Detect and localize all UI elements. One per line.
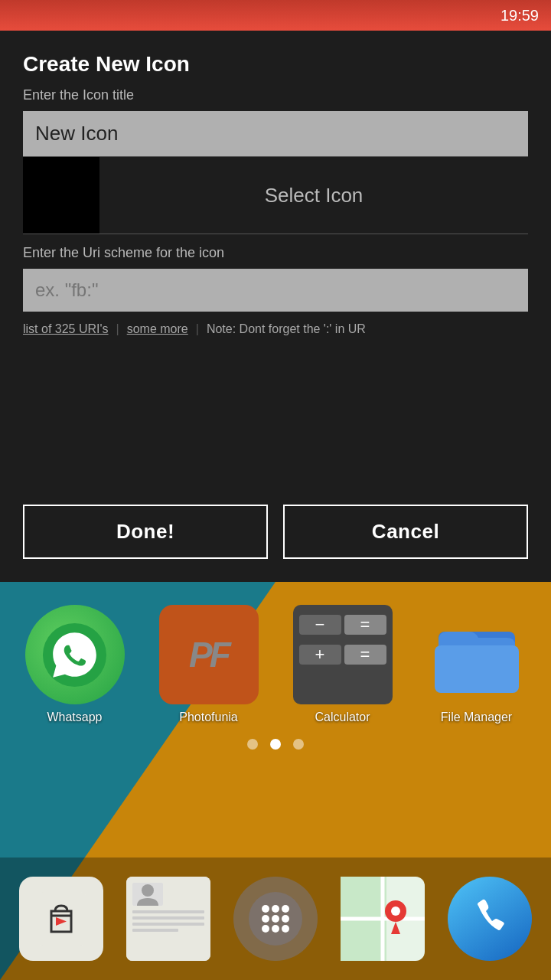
- people-svg: [126, 877, 210, 961]
- icon-title-label: Enter the Icon title: [23, 87, 528, 103]
- svg-point-24: [272, 925, 279, 933]
- svg-point-18: [272, 905, 279, 913]
- dock-icon-maps[interactable]: [341, 877, 425, 961]
- uri-links-row: list of 325 URI's | some more | Note: Do…: [23, 322, 528, 336]
- appdrawer-svg: [249, 892, 302, 946]
- dialog-title: Create New Icon: [23, 52, 528, 77]
- svg-rect-14: [132, 929, 178, 932]
- dock-icon-appdrawer[interactable]: [233, 877, 318, 961]
- svg-point-15: [142, 884, 154, 897]
- svg-point-19: [282, 905, 289, 913]
- uri-divider-1: |: [116, 322, 119, 336]
- dock: [0, 858, 551, 980]
- svg-point-20: [262, 915, 269, 923]
- phone-svg: [463, 892, 517, 946]
- svg-point-17: [262, 905, 269, 913]
- svg-point-22: [282, 915, 289, 923]
- svg-rect-12: [132, 916, 204, 920]
- whatsapp-label: Whatsapp: [47, 710, 102, 724]
- app-icon-photofunia[interactable]: PF Photofunia: [148, 605, 270, 724]
- calc-minus: −: [299, 615, 341, 635]
- svg-point-21: [272, 915, 279, 923]
- done-button[interactable]: Done!: [23, 505, 268, 559]
- filemanager-svg: [431, 609, 523, 701]
- uri-note: Note: Dont forget the ':' in UR: [207, 322, 366, 336]
- svg-rect-11: [132, 910, 204, 913]
- page-indicators: [0, 739, 551, 750]
- playstore-svg: [34, 892, 88, 946]
- svg-point-25: [282, 925, 289, 933]
- dock-icon-people[interactable]: [126, 877, 210, 961]
- page-dot-2[interactable]: [293, 739, 304, 750]
- whatsapp-svg: [42, 622, 107, 688]
- photofunia-icon-image: PF: [159, 605, 259, 704]
- svg-rect-6: [34, 892, 88, 946]
- calc-equals: =: [344, 615, 386, 635]
- app-icons-row: Whatsapp PF Photofunia − = + = Calculato…: [0, 605, 551, 724]
- status-bar: 19:59: [0, 0, 551, 31]
- photofunia-label: Photofunia: [179, 710, 238, 724]
- page-dot-0[interactable]: [247, 739, 258, 750]
- status-time: 19:59: [500, 7, 539, 24]
- calc-equals2: =: [344, 645, 386, 665]
- svg-rect-5: [435, 645, 519, 693]
- maps-svg: [341, 877, 425, 961]
- svg-point-23: [262, 925, 269, 933]
- calculator-label: Calculator: [315, 710, 370, 724]
- select-icon-row[interactable]: Select Icon: [23, 157, 528, 234]
- uri-label: Enter the Uri scheme for the icon: [23, 245, 528, 261]
- filemanager-icon-image: [427, 605, 527, 704]
- icon-preview-box: [23, 157, 99, 234]
- filemanager-label: File Manager: [441, 710, 512, 724]
- uri-more-link[interactable]: some more: [127, 322, 188, 336]
- whatsapp-icon-image: [25, 605, 125, 704]
- cancel-button[interactable]: Cancel: [283, 505, 528, 559]
- uri-list-link[interactable]: list of 325 URI's: [23, 322, 109, 336]
- dialog-buttons: Done! Cancel: [23, 505, 528, 559]
- dialog-overlay: Create New Icon Enter the Icon title Sel…: [0, 31, 551, 582]
- calc-plus: +: [299, 645, 341, 665]
- uri-divider-2: |: [196, 322, 199, 336]
- calculator-icon-image: − = + =: [293, 605, 393, 704]
- select-icon-button[interactable]: Select Icon: [99, 173, 528, 218]
- app-icon-calculator[interactable]: − = + = Calculator: [282, 605, 404, 724]
- uri-input[interactable]: [23, 269, 528, 312]
- app-icon-whatsapp[interactable]: Whatsapp: [14, 605, 136, 724]
- app-icon-filemanager[interactable]: File Manager: [416, 605, 538, 724]
- dock-icon-playstore[interactable]: [19, 877, 103, 961]
- dock-icon-phone[interactable]: [448, 877, 532, 961]
- icon-title-input[interactable]: [23, 111, 528, 156]
- page-dot-1[interactable]: [270, 739, 281, 750]
- svg-rect-13: [132, 923, 204, 926]
- svg-point-31: [391, 906, 400, 916]
- launcher: Whatsapp PF Photofunia − = + = Calculato…: [0, 582, 551, 980]
